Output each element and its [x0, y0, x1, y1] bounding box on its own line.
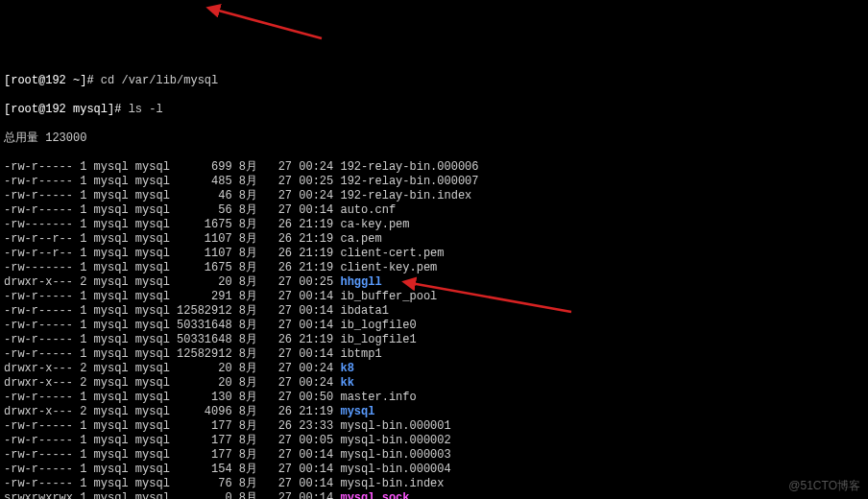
watermark: @51CTO博客	[788, 479, 860, 493]
file-row: -rw-r--r-- 1 mysql mysql 1107 8月 26 21:1…	[4, 247, 864, 261]
file-row: -rw-r----- 1 mysql mysql 12582912 8月 27 …	[4, 347, 864, 362]
file-name: auto.cnf	[340, 203, 396, 217]
file-row: -rw-r----- 1 mysql mysql 177 8月 26 23:33…	[4, 419, 864, 434]
file-row: -rw-r----- 1 mysql mysql 50331648 8月 26 …	[4, 333, 864, 347]
file-row: -rw-r----- 1 mysql mysql 130 8月 27 00:50…	[4, 391, 864, 405]
file-row: -rw-r----- 1 mysql mysql 154 8月 27 00:14…	[4, 463, 864, 477]
file-row: -rw-r----- 1 mysql mysql 485 8月 27 00:25…	[4, 175, 864, 189]
file-row: -rw-r----- 1 mysql mysql 291 8月 27 00:14…	[4, 290, 864, 304]
file-row: -rw-r--r-- 1 mysql mysql 1107 8月 26 21:1…	[4, 232, 864, 247]
prompt-line-2: [root@192 mysql]# ls -l	[4, 103, 864, 117]
file-row: drwxr-x--- 2 mysql mysql 4096 8月 26 21:1…	[4, 405, 864, 419]
total-line: 总用量 123000	[4, 131, 864, 146]
file-name: 192-relay-bin.000006	[340, 160, 478, 174]
file-name: mysql-bin.000003	[340, 448, 450, 462]
svg-line-0	[215, 10, 322, 38]
file-listing: -rw-r----- 1 mysql mysql 699 8月 27 00:24…	[4, 160, 864, 499]
file-row: -rw-r----- 1 mysql mysql 50331648 8月 27 …	[4, 319, 864, 333]
file-row: -rw-r----- 1 mysql mysql 46 8月 27 00:24 …	[4, 189, 864, 203]
file-row: drwxr-x--- 2 mysql mysql 20 8月 27 00:24 …	[4, 376, 864, 391]
file-name: ib_logfile0	[340, 319, 416, 332]
file-row: -rw------- 1 mysql mysql 1675 8月 26 21:1…	[4, 218, 864, 232]
file-row: -rw-r----- 1 mysql mysql 56 8月 27 00:14 …	[4, 203, 864, 218]
file-name: ib_buffer_pool	[340, 290, 437, 303]
file-name: ca-key.pem	[340, 218, 409, 231]
file-name: mysql.sock	[340, 491, 409, 499]
file-name: mysql-bin.000002	[340, 434, 450, 447]
file-name: mysql-bin.000004	[340, 463, 450, 476]
file-row: -rw-r----- 1 mysql mysql 12582912 8月 27 …	[4, 304, 864, 319]
file-name: 192-relay-bin.000007	[340, 175, 478, 188]
file-row: -rw-r----- 1 mysql mysql 76 8月 27 00:14 …	[4, 477, 864, 491]
file-row: -rw-r----- 1 mysql mysql 699 8月 27 00:24…	[4, 160, 864, 175]
annotation-arrow-top	[202, 0, 336, 48]
file-name: mysql-bin.000001	[340, 419, 450, 433]
file-name: ibtmp1	[340, 347, 381, 361]
terminal-output[interactable]: [root@192 ~]# cd /var/lib/mysql [root@19…	[0, 58, 868, 499]
prompt-line-1: [root@192 ~]# cd /var/lib/mysql	[4, 74, 864, 88]
file-row: drwxr-x--- 2 mysql mysql 20 8月 27 00:25 …	[4, 275, 864, 290]
file-row: -rw------- 1 mysql mysql 1675 8月 26 21:1…	[4, 261, 864, 275]
file-name: ib_logfile1	[340, 333, 416, 346]
file-row: -rw-r----- 1 mysql mysql 177 8月 27 00:05…	[4, 434, 864, 448]
file-name: client-key.pem	[340, 261, 437, 274]
file-name: master.info	[340, 391, 416, 404]
file-name: ca.pem	[340, 232, 381, 246]
file-name: kk	[340, 376, 353, 390]
file-row: drwxr-x--- 2 mysql mysql 20 8月 27 00:24 …	[4, 362, 864, 376]
file-name: hhggll	[340, 275, 381, 289]
file-row: -rw-r----- 1 mysql mysql 177 8月 27 00:14…	[4, 448, 864, 463]
file-row: srwxrwxrwx 1 mysql mysql 0 8月 27 00:14 m…	[4, 491, 864, 499]
file-name: k8	[340, 362, 353, 375]
file-name: 192-relay-bin.index	[340, 189, 471, 202]
file-name: mysql	[340, 405, 374, 418]
file-name: mysql-bin.index	[340, 477, 444, 490]
file-name: client-cert.pem	[340, 247, 444, 260]
file-name: ibdata1	[340, 304, 388, 318]
